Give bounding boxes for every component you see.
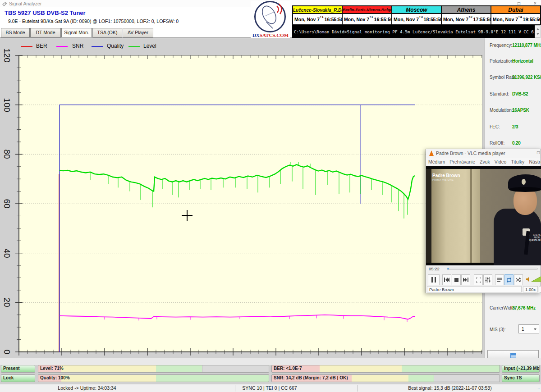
clock-dubai: Dubai Mon, Nov 7+419:55:50 [491, 6, 540, 24]
fullscreen-icon [476, 278, 481, 283]
equalizer-button[interactable] [483, 274, 492, 285]
now-playing-title: Padre Brown [427, 286, 522, 292]
tab-dt-mode[interactable]: DT Mode [30, 28, 61, 37]
legend-line-level [128, 46, 140, 47]
scroll-down-icon[interactable] [536, 33, 539, 35]
world-clocks-panel: Lučenec-Slovakia_R.Dávid Mon, Nov 7+116:… [292, 5, 541, 25]
scene-door-frame [470, 169, 472, 263]
vlc-menu-video[interactable]: Video [492, 158, 509, 166]
legend-line-snr [56, 46, 68, 47]
stop-button[interactable] [452, 274, 461, 285]
sync-status: SYNC 10 | TEI 0 | CC 667 [242, 385, 297, 391]
param-symbol-rate: Symbol Rate:31396,922 KS/s [490, 75, 540, 81]
y-axis-tick-label: 100 [0, 98, 14, 112]
logo-text: DXSATCS.COM [251, 32, 290, 38]
signal-analyzer-window: Signal Analyzer □ × TBS 5927 USB DVB-S2 … [0, 0, 541, 392]
tab-bs-mode[interactable]: BS Mode [1, 28, 30, 37]
sync-ts-indicator: Sync TS [502, 374, 540, 382]
y-axis-tick-label: 40 [0, 246, 14, 260]
tab-av-player[interactable]: AV Player [123, 28, 153, 37]
console-scrollbar[interactable] [535, 25, 541, 38]
y-axis-tick-label: 20 [0, 296, 14, 309]
satellite-dish-drawing [256, 2, 284, 31]
next-button[interactable] [461, 274, 470, 285]
vlc-menu-medium[interactable]: Médium [426, 158, 447, 166]
vlc-cone-icon [429, 150, 434, 156]
chevron-down-icon [534, 328, 536, 330]
scroll-up-icon[interactable] [536, 28, 539, 30]
y-axis-tick-label: 60 [0, 197, 14, 210]
tab-strip-line [0, 37, 292, 38]
mis-dropdown[interactable]: 1 [518, 324, 539, 333]
footer-strip [0, 358, 541, 365]
vlc-menubar: Médium Prehrávanie Zvuk Video Titulky Ná… [426, 158, 541, 166]
equalizer-icon [485, 277, 491, 283]
vlc-titlebar[interactable]: Padre Brown - VLC media player — □ [426, 149, 541, 158]
layers-icon [510, 353, 516, 358]
vlc-menu-playback[interactable]: Prehrávanie [447, 158, 477, 166]
scene-cap-badge [522, 179, 526, 185]
legend-label-level: Level [143, 43, 156, 49]
logo-circle [254, 1, 286, 32]
param-polarization: Polarization:Horizontal [490, 59, 540, 65]
volume-icon[interactable] [526, 277, 531, 282]
legend-label-quality: Quality [107, 43, 124, 49]
playlist-button[interactable] [495, 274, 504, 285]
command-prompt[interactable]: C:\Users\Roman Dávid>Signal monitoring_P… [292, 25, 535, 38]
param-rolloff: RollOff:0.20 [490, 141, 540, 147]
crosshair-cursor [187, 210, 188, 221]
signal-chart [13, 52, 486, 357]
statusbar-divider [358, 385, 358, 392]
video-frame[interactable]: Padre Brown PRIMA VISIONE GREY'S PEOPL Q… [426, 166, 541, 265]
vlc-minimize-button[interactable]: — [523, 150, 527, 155]
playback-rate[interactable]: 1.00x [523, 286, 538, 292]
volume-slider[interactable] [532, 276, 541, 282]
input-indicator: Input (~21,39 Mbps) [502, 365, 540, 373]
channel-overlay-subtitle: PRIMA VISIONE [432, 178, 454, 181]
quality-progress-bar: Quality: 100% [38, 374, 269, 382]
y-axis-tick-label: 80 [0, 147, 14, 161]
clock-lucenec: Lučenec-Slovakia_R.Dávid Mon, Nov 7+116:… [293, 6, 342, 24]
lock-indicator: Lock [1, 374, 35, 382]
param-modulation: Modulation:16APSK [490, 108, 540, 114]
tab-tsa[interactable]: TSA (OK) [92, 28, 122, 37]
vlc-maximize-button[interactable]: □ [537, 150, 540, 155]
clock-berlin: Berlin-Paris-Vienna-Belgrade Mon, Nov 7+… [342, 6, 391, 24]
progress-empty [202, 365, 269, 372]
window-title: Signal Analyzer [9, 1, 41, 6]
next-icon [463, 278, 468, 282]
best-signal-status: Best signal: 15,3 dB (2022-11-07 03:53) [408, 385, 491, 391]
ber-progress-bar: BER: <1.0E-7 [271, 365, 500, 373]
snr-progress-bar: SNR: 14,2 dB (Margin: 7,2 dB | OK) [271, 374, 500, 382]
param-carrier-width: CarrierWidth:37,676 MHz [490, 305, 540, 312]
command-prompt-text: C:\Users\Roman Dávid>Signal monitoring_P… [292, 29, 535, 34]
scene-left-shadow [426, 169, 431, 263]
seek-slider[interactable] [447, 268, 538, 270]
level-progress-bar: Level: 71% [38, 365, 269, 373]
clock-moscow: Moscow Mon, Nov 7+318:55:50 [391, 6, 441, 24]
fullscreen-button[interactable] [474, 274, 483, 285]
vlc-menu-subtitles[interactable]: Titulky [509, 158, 527, 166]
vlc-menu-tools[interactable]: Nástroje [527, 158, 541, 166]
resize-grip[interactable]: .:: [536, 387, 540, 391]
scene-caption: GREY'S PEOPL QUESTA SE [524, 234, 541, 242]
statusbar-divider [235, 385, 235, 392]
pause-button[interactable] [428, 274, 440, 285]
present-indicator: Present [1, 365, 35, 373]
tab-signal-mon[interactable]: Signal Mon. [61, 28, 92, 37]
uptime-status: Locked -> Uptime: 34:03:34 [58, 385, 116, 391]
dxsatcs-logo: DXSATCS.COM [251, 1, 290, 38]
vlc-menu-audio[interactable]: Zvuk [477, 158, 492, 166]
loop-button[interactable] [504, 274, 513, 285]
loop-icon [506, 278, 512, 283]
param-frequency: Frequency:12110,877 MHz [490, 43, 540, 49]
y-axis-tick-label: 120 [0, 49, 14, 62]
shuffle-button[interactable] [514, 274, 523, 285]
progress-empty [434, 375, 500, 382]
vlc-statusbar: Padre Brown 1.00x 05 [426, 285, 541, 293]
previous-button[interactable] [442, 274, 451, 285]
tuner-title: TBS 5927 USB DVB-S2 Tuner [5, 9, 86, 16]
channel-overlay-title: Padre Brown [432, 173, 460, 178]
param-standard: Standard:DVB-S2 [490, 91, 540, 98]
scene-door [431, 169, 480, 263]
